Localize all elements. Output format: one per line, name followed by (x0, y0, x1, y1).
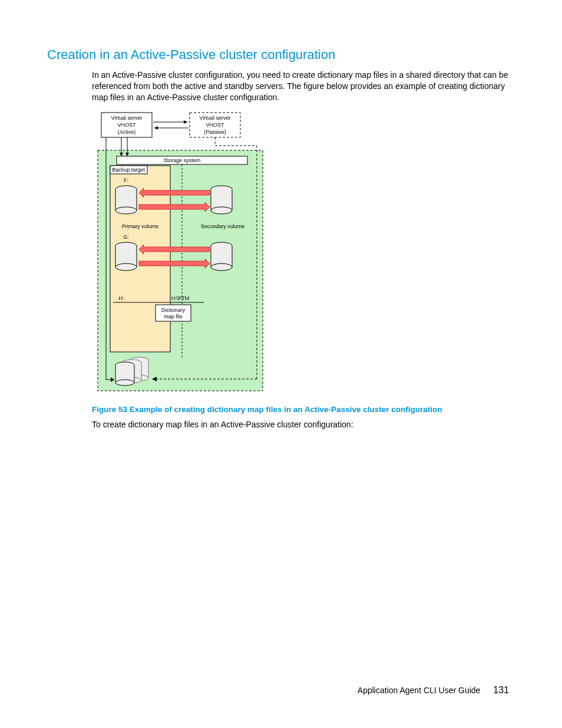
section-heading: Creation in an Active-Passive cluster co… (47, 47, 515, 62)
svg-point-61 (115, 380, 134, 386)
page-number: 131 (493, 685, 509, 696)
footer-title: Application Agent CLI User Guide (358, 686, 481, 695)
intro-paragraph: In an Active-Passive cluster configurati… (92, 70, 515, 103)
page-footer: Application Agent CLI User Guide 131 (358, 685, 509, 696)
vs-passive-line3: (Passive) (204, 129, 226, 135)
vs-active-line1: Virtual server (111, 115, 143, 121)
storage-system-label: Storage system (164, 157, 201, 163)
figure-53: Virtual server VHOST (Active) Virtual se… (92, 111, 515, 397)
dict-line1: Dictionary (161, 307, 186, 313)
drive-f-label: F: (124, 177, 128, 183)
svg-marker-4 (184, 120, 187, 124)
cylinder-g-secondary (211, 242, 232, 271)
figure-caption: Figure 53 Example of creating dictionary… (92, 405, 515, 414)
backup-target-label: Backup target (112, 167, 145, 173)
vs-passive-line1: Virtual server (200, 115, 231, 121)
vs-active-line2: VHOST (117, 122, 136, 128)
secondary-volume-label: Secondary volume (201, 223, 245, 229)
vs-active-line3: (Active) (118, 129, 136, 135)
dict-line2: map file (164, 314, 183, 319)
drive-h-label: H: (119, 295, 124, 301)
svg-point-42 (211, 263, 232, 271)
svg-marker-6 (154, 126, 158, 130)
cylinder-f-primary (115, 186, 137, 214)
primary-volume-label: Primary volume (122, 223, 159, 229)
ptm-path-label: H:\PTM (171, 295, 190, 301)
svg-point-25 (115, 207, 137, 214)
cylinder-f-secondary (211, 186, 232, 214)
post-caption-text: To create dictionary map files in an Act… (92, 420, 515, 429)
svg-point-30 (211, 207, 232, 214)
vs-passive-line2: VHOST (206, 122, 224, 128)
cylinder-g-primary (115, 242, 137, 271)
drive-g-label: G: (123, 234, 129, 240)
svg-point-37 (115, 263, 137, 271)
